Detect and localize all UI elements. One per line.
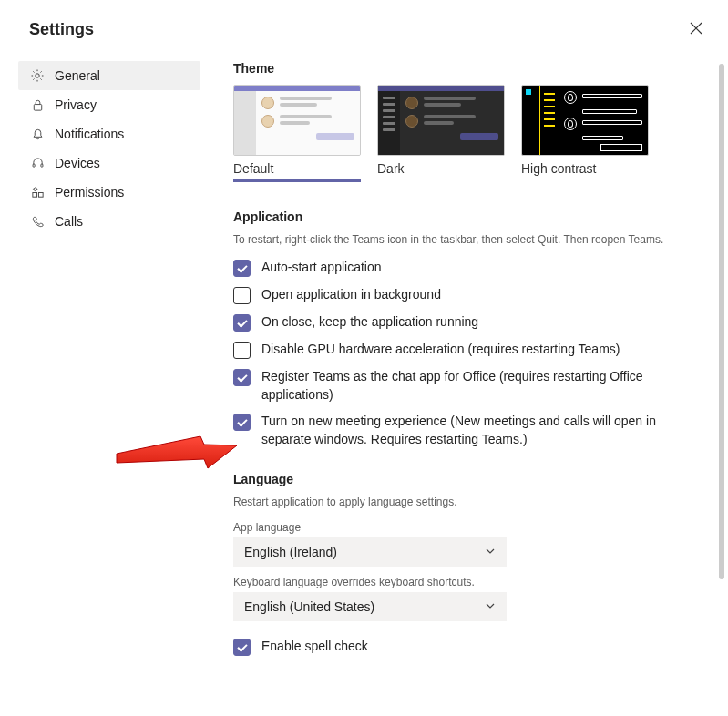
lock-icon: [29, 97, 46, 113]
headset-icon: [29, 155, 46, 171]
chevron-down-icon: [485, 545, 496, 559]
sidebar-item-notifications[interactable]: Notifications: [18, 119, 200, 148]
app-language-select[interactable]: English (Ireland): [233, 537, 507, 567]
checkbox-new-meeting-experience[interactable]: [233, 414, 251, 431]
scrollbar[interactable]: [719, 64, 724, 579]
sidebar-item-label: Calls: [55, 214, 83, 229]
sidebar-item-label: Privacy: [55, 97, 97, 112]
application-checklist: Auto-start application Open application …: [233, 259, 701, 448]
theme-option-default[interactable]: Default: [233, 85, 361, 182]
language-note: Restart application to apply language se…: [233, 496, 701, 508]
checkbox-label: Open application in background: [261, 286, 441, 304]
checkbox-label: On close, keep the application running: [261, 313, 478, 332]
svg-rect-4: [32, 192, 36, 197]
svg-rect-2: [33, 163, 35, 166]
checkbox-enable-spell-check[interactable]: [233, 639, 251, 656]
chevron-down-icon: [485, 599, 496, 614]
svg-rect-5: [38, 192, 43, 197]
sidebar-item-label: General: [55, 68, 100, 83]
theme-option-dark[interactable]: Dark: [377, 85, 505, 182]
checkbox-on-close-running[interactable]: [233, 314, 251, 332]
theme-section-header: Theme: [233, 61, 701, 76]
close-icon: [690, 22, 702, 35]
phone-icon: [29, 213, 46, 230]
checkbox-open-background[interactable]: [233, 287, 251, 304]
checkbox-auto-start[interactable]: [233, 260, 251, 277]
theme-preview-high-contrast: [521, 85, 649, 156]
checkbox-label: Turn on new meeting experience (New meet…: [261, 413, 662, 448]
app-language-label: App language: [233, 521, 701, 534]
sidebar-item-label: Devices: [55, 156, 100, 170]
settings-main: Theme Default: [200, 61, 728, 710]
blocks-icon: [29, 184, 46, 200]
checkbox-label: Auto-start application: [261, 259, 382, 277]
theme-option-high-contrast[interactable]: High contrast: [521, 85, 649, 182]
select-value: English (United States): [244, 599, 374, 614]
checkbox-register-chat-app[interactable]: [233, 369, 251, 386]
checkbox-label: Disable GPU hardware acceleration (requi…: [261, 341, 620, 359]
svg-point-0: [36, 74, 39, 77]
bell-icon: [29, 126, 46, 142]
sidebar-item-calls[interactable]: Calls: [18, 207, 200, 236]
theme-option-label: High contrast: [521, 156, 649, 179]
select-value: English (Ireland): [244, 545, 337, 559]
sidebar-item-label: Notifications: [55, 127, 124, 141]
theme-preview-dark: [377, 85, 505, 156]
page-title: Settings: [0, 0, 728, 39]
close-button[interactable]: [690, 22, 702, 37]
theme-preview-default: [233, 85, 361, 156]
checkbox-label: Register Teams as the chat app for Offic…: [261, 368, 662, 404]
checkbox-label: Enable spell check: [261, 638, 368, 656]
sidebar-item-devices[interactable]: Devices: [18, 148, 200, 178]
keyboard-language-label: Keyboard language overrides keyboard sho…: [233, 576, 701, 588]
sidebar-item-privacy[interactable]: Privacy: [18, 90, 200, 119]
keyboard-language-select[interactable]: English (United States): [233, 592, 507, 621]
application-section-header: Application: [233, 210, 701, 224]
sidebar-item-permissions[interactable]: Permissions: [18, 178, 200, 207]
gear-icon: [29, 67, 46, 84]
sidebar-item-general[interactable]: General: [18, 61, 200, 90]
language-section-header: Language: [233, 472, 701, 486]
application-note: To restart, right-click the Teams icon i…: [233, 233, 701, 246]
svg-rect-1: [34, 104, 41, 110]
theme-option-label: Dark: [377, 156, 505, 179]
svg-rect-3: [40, 163, 42, 166]
theme-option-label: Default: [233, 156, 361, 182]
settings-sidebar: General Privacy Notifications Devices Pe…: [18, 61, 200, 710]
checkbox-disable-gpu[interactable]: [233, 342, 251, 359]
sidebar-item-label: Permissions: [55, 185, 124, 199]
